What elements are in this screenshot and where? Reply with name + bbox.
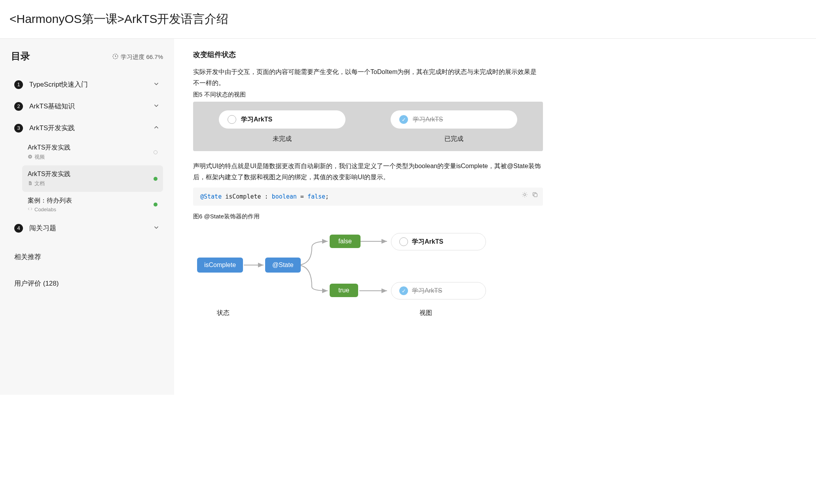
reviews-section[interactable]: 用户评价 (128) [11,275,163,292]
diagram-node-false: false [330,235,361,248]
svg-point-2 [524,193,526,195]
checkbox-empty-icon [399,237,408,246]
paragraph-1: 实际开发中由于交互，页面的内容可能需要产生变化，以每一个ToDoItem为例，其… [193,66,543,89]
state-label-complete: 已完成 [444,135,463,143]
diagram-node-variable: isComplete [197,258,243,273]
toc-item-3[interactable]: 3 ArkTS开发实践 [11,117,163,139]
clock-icon [112,53,118,61]
code-assign: = [297,193,307,200]
figure6: isComplete @State false true 学习ArkTS ✓ 学… [193,224,543,307]
progress-indicator: 学习进度 66.7% [112,53,163,61]
figure5: 学习ArkTS 未完成 ✓ 学习ArkTS 已完成 [193,102,543,151]
state-label-incomplete: 未完成 [273,135,292,143]
theme-toggle-icon[interactable] [522,191,528,199]
chevron-up-icon [153,124,160,133]
code-value: false [307,193,325,200]
toc-number-badge: 3 [14,124,23,133]
figure5-caption: 图5 不同状态的视图 [193,91,543,99]
todo-card-complete: ✓ 学习ArkTS [391,110,517,129]
code-block: @State isComplete : boolean = false; [193,188,543,206]
code-icon [28,207,32,212]
sub-item-type: 视频 [34,153,45,161]
code-decorator: @State [200,193,222,200]
sub-item-title: ArkTS开发实践 [28,170,158,178]
section-heading: 改变组件状态 [193,50,543,59]
toc-number-badge: 4 [14,224,23,233]
figure6-axis-labels: 状态 视图 [193,309,543,317]
toc-label: TypeScript快速入门 [29,80,153,89]
related-section[interactable]: 相关推荐 [11,248,163,265]
sub-item-title: ArkTS开发实践 [28,144,158,152]
diagram-view-incomplete: 学习ArkTS [391,233,486,250]
chevron-down-icon [153,224,160,233]
toc-number-badge: 2 [14,102,23,111]
toc-item-2[interactable]: 2 ArkTS基础知识 [11,95,163,117]
svg-rect-3 [534,193,537,197]
sub-item-video[interactable]: ArkTS开发实践 视频 [22,139,163,165]
toc-number-badge: 1 [14,80,23,89]
diagram-node-state: @State [265,258,301,273]
chevron-down-icon [153,80,160,89]
paragraph-2: 声明式UI的特点就是UI是随数据更改而自动刷新的，我们这里定义了一个类型为boo… [193,161,543,183]
toc-label: ArkTS开发实践 [29,123,153,133]
status-dot-incomplete [154,150,158,154]
main-content: 改变组件状态 实际开发中由于交互，页面的内容可能需要产生变化，以每一个ToDoI… [174,39,562,395]
sub-item-codelab[interactable]: 案例：待办列表 Codelabs [22,192,163,217]
diagram-node-true: true [330,284,358,297]
toc-item-4[interactable]: 4 闯关习题 [11,217,163,239]
code-var: isComplete : [222,193,271,200]
todo-card-incomplete: 学习ArkTS [219,110,345,129]
view-text: 学习ArkTS [412,238,443,246]
checkbox-checked-icon: ✓ [399,286,408,295]
play-icon [28,154,32,160]
sub-item-title: 案例：待办列表 [28,197,158,205]
toc-label: ArkTS基础知识 [29,102,153,111]
sidebar: 目录 学习进度 66.7% 1 TypeScript快速入门 2 ArkTS基础… [0,39,174,395]
diagram-view-complete: ✓ 学习ArkTS [391,282,486,299]
axis-label-state: 状态 [217,309,230,317]
todo-text: 学习ArkTS [241,116,272,124]
status-dot-complete [154,203,158,207]
figure6-caption: 图6 @State装饰器的作用 [193,213,543,220]
checkbox-empty-icon [228,115,236,124]
code-type: boolean [272,193,297,200]
toc-label: 闯关习题 [29,224,153,233]
code-semi: ; [325,193,329,200]
sub-item-type: 文档 [34,180,45,187]
document-icon [28,181,32,187]
copy-icon[interactable] [532,191,538,199]
checkbox-checked-icon: ✓ [399,115,408,124]
sub-item-type: Codelabs [34,207,56,212]
status-dot-complete [154,177,158,181]
chevron-down-icon [153,102,160,111]
axis-label-view: 视图 [419,309,432,317]
sub-item-doc[interactable]: ArkTS开发实践 文档 [22,165,163,192]
view-text-done: 学习ArkTS [412,287,442,295]
toc-title: 目录 [11,50,30,63]
todo-text-done: 学习ArkTS [413,116,443,124]
progress-text: 学习进度 66.7% [121,53,163,61]
toc-item-1[interactable]: 1 TypeScript快速入门 [11,74,163,95]
page-title: <HarmonyOS第一课>ArkTS开发语言介绍 [0,0,816,38]
